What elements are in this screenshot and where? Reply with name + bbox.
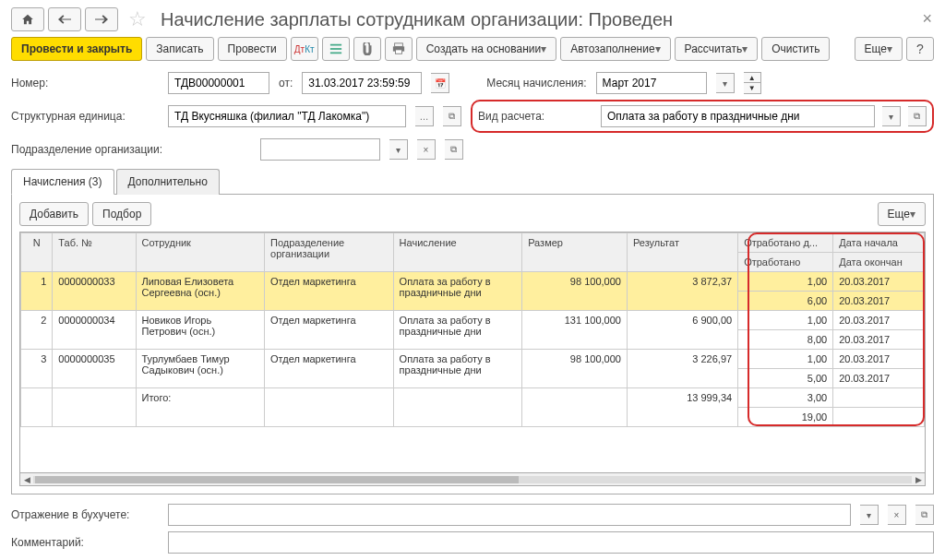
from-label: от:: [279, 77, 293, 89]
subdiv-clear-icon[interactable]: ×: [417, 139, 436, 160]
unit-ellipsis-icon[interactable]: …: [415, 106, 434, 126]
subdiv-open-icon[interactable]: ⧉: [445, 139, 463, 160]
unit-label: Структурная единица:: [11, 110, 159, 123]
structure-icon: [329, 42, 342, 55]
autofill-dropdown[interactable]: Автозаполнение: [560, 37, 670, 61]
post-button[interactable]: Провести: [218, 37, 287, 61]
calc-type-field[interactable]: [601, 105, 875, 127]
subdiv-label: Подразделение организации:: [11, 143, 251, 156]
scroll-right-icon[interactable]: ▶: [912, 473, 925, 486]
comment-label: Комментарий:: [11, 536, 159, 549]
svg-rect-3: [394, 43, 402, 47]
create-based-dropdown[interactable]: Создать на основании: [416, 37, 557, 61]
col-n[interactable]: N: [21, 233, 53, 272]
calc-type-input[interactable]: [607, 110, 868, 123]
home-icon: [21, 13, 34, 26]
print-button[interactable]: [385, 37, 413, 61]
dt-kt-button[interactable]: ДтКт: [291, 37, 318, 61]
paperclip-icon: [362, 42, 373, 55]
calc-type-open-icon[interactable]: ⧉: [908, 106, 927, 126]
svg-rect-0: [330, 44, 341, 46]
back-button[interactable]: [48, 7, 81, 31]
svg-rect-1: [330, 48, 341, 50]
horizontal-scrollbar[interactable]: ◀ ▶: [19, 473, 926, 486]
post-and-close-button[interactable]: Провести и закрыть: [11, 37, 142, 61]
number-input[interactable]: [174, 77, 263, 89]
forward-button[interactable]: [85, 7, 118, 31]
col-dept[interactable]: Подразделение организации: [265, 233, 394, 272]
subdiv-input[interactable]: [267, 143, 374, 156]
add-button[interactable]: Добавить: [19, 202, 89, 226]
accounting-clear-icon[interactable]: ×: [888, 505, 906, 525]
comment-input[interactable]: [174, 536, 927, 549]
comment-field[interactable]: [168, 531, 934, 554]
calc-type-highlight: Вид расчета: ▾ ⧉: [471, 100, 934, 133]
totals-row: Итого: 13 999,34 3,00: [21, 388, 925, 408]
col-tabno[interactable]: Таб. №: [53, 233, 136, 272]
month-field[interactable]: [596, 72, 707, 94]
accounting-field[interactable]: [168, 504, 851, 526]
col-worked[interactable]: Отработано: [738, 253, 833, 272]
save-button[interactable]: Записать: [146, 37, 213, 61]
month-dropdown-icon[interactable]: ▾: [716, 73, 735, 93]
structure-button[interactable]: [322, 37, 350, 61]
accounting-input[interactable]: [174, 508, 844, 521]
calc-type-dropdown-icon[interactable]: ▾: [882, 106, 901, 126]
page-title: Начисление зарплаты сотрудникам организа…: [161, 9, 673, 30]
date-input[interactable]: [308, 77, 415, 89]
tab-accruals[interactable]: Начисления (3): [11, 169, 114, 195]
accruals-grid[interactable]: N Таб. № Сотрудник Подразделение организ…: [20, 232, 925, 427]
unit-input[interactable]: [174, 110, 400, 123]
accounting-label: Отражение в бухучете:: [11, 508, 159, 521]
help-button[interactable]: ?: [906, 37, 934, 61]
table-row[interactable]: 2 0000000034 Новиков Игорь Петрович (осн…: [21, 311, 925, 330]
table-row[interactable]: 3 0000000035 Турлумбаев Тимур Садыкович …: [21, 350, 925, 369]
pick-button[interactable]: Подбор: [92, 202, 151, 226]
col-employee[interactable]: Сотрудник: [136, 233, 265, 272]
col-result[interactable]: Результат: [627, 233, 737, 272]
number-label: Номер:: [11, 77, 159, 89]
calc-type-label: Вид расчета:: [478, 110, 593, 123]
date-field[interactable]: [302, 72, 422, 94]
favorite-star-icon[interactable]: ☆: [126, 7, 150, 31]
scroll-thumb[interactable]: [35, 476, 519, 483]
accounting-dropdown-icon[interactable]: ▾: [860, 505, 879, 525]
grid-container: N Таб. № Сотрудник Подразделение организ…: [19, 232, 926, 473]
calculate-dropdown[interactable]: Рассчитать: [675, 37, 759, 61]
print-icon: [392, 42, 405, 55]
col-date-end[interactable]: Дата окончан: [833, 253, 925, 272]
month-label: Месяц начисления:: [486, 77, 586, 89]
col-worked-d[interactable]: Отработано д...: [738, 233, 833, 253]
subdiv-dropdown-icon[interactable]: ▾: [389, 139, 408, 160]
table-row[interactable]: 1 0000000033 Липовая Елизовета Сергеевна…: [21, 272, 925, 292]
attach-button[interactable]: [353, 37, 381, 61]
month-up-icon[interactable]: ▲: [744, 73, 760, 83]
unit-field[interactable]: [168, 105, 406, 127]
month-down-icon[interactable]: ▼: [744, 83, 760, 93]
arrow-right-icon: [95, 15, 108, 24]
number-field[interactable]: [168, 72, 269, 94]
month-spinner[interactable]: ▲ ▼: [744, 72, 761, 94]
more-dropdown[interactable]: Еще: [855, 37, 903, 61]
close-icon[interactable]: ×: [922, 9, 932, 29]
arrow-left-icon: [58, 15, 71, 24]
calendar-icon[interactable]: 📅: [431, 73, 449, 93]
svg-rect-2: [330, 53, 341, 54]
col-accrual[interactable]: Начисление: [393, 233, 522, 272]
month-input[interactable]: [603, 77, 700, 89]
accounting-open-icon[interactable]: ⧉: [915, 505, 934, 525]
subdiv-field[interactable]: [260, 138, 380, 161]
home-button[interactable]: [11, 7, 44, 31]
pane-more-dropdown[interactable]: Еще: [878, 202, 926, 226]
col-size[interactable]: Размер: [522, 233, 628, 272]
svg-rect-5: [395, 50, 401, 54]
col-date-start[interactable]: Дата начала: [833, 233, 925, 253]
tab-additional[interactable]: Дополнительно: [116, 169, 220, 195]
scroll-left-icon[interactable]: ◀: [20, 473, 33, 486]
tab-pane-accruals: Добавить Подбор Еще N Таб. № Сотрудник П…: [11, 195, 934, 494]
unit-open-icon[interactable]: ⧉: [443, 106, 461, 126]
clear-button[interactable]: Очистить: [761, 37, 830, 61]
